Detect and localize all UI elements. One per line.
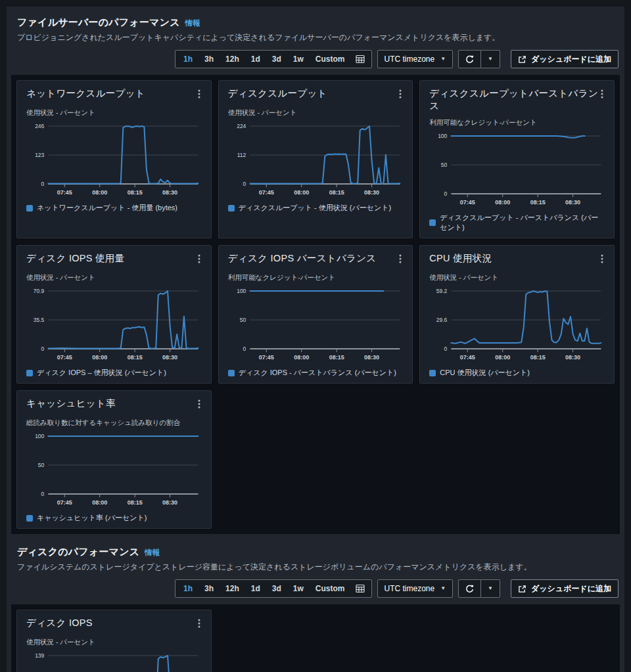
chart-subtitle: 使用状況 - パーセント [26, 638, 202, 647]
svg-text:0: 0 [243, 181, 246, 187]
svg-text:123: 123 [35, 152, 44, 158]
chart-legend[interactable]: ディスクスループット - 使用状況 (パーセント) [228, 203, 404, 213]
chart-legend[interactable]: ディスク IOPS – 使用状況 (パーセント) [26, 368, 202, 378]
chart-legend[interactable]: CPU 使用状況 (パーセント) [429, 368, 605, 378]
calendar-icon [356, 584, 365, 593]
chart-menu-button[interactable] [197, 397, 202, 413]
section-title: ディスクのパフォーマンス [17, 546, 139, 558]
chart-menu-button[interactable] [398, 87, 403, 102]
svg-text:07:45: 07:45 [57, 189, 72, 196]
range-3d-button[interactable]: 3d [266, 51, 287, 67]
chart-plot: 13969.3007:4508:0008:1508:30 [26, 650, 202, 672]
chart-menu-button[interactable] [398, 252, 403, 267]
chart-title: ディスク IOPS 使用量 [26, 252, 124, 265]
refresh-options-button[interactable]: ▼ [481, 50, 500, 68]
svg-text:246: 246 [35, 123, 44, 129]
range-1w-button[interactable]: 1w [287, 51, 310, 67]
range-1h-button[interactable]: 1h [177, 581, 199, 596]
add-to-dashboard-button[interactable]: ダッシュボードに追加 [511, 579, 619, 598]
range-1d-button[interactable]: 1d [245, 51, 266, 67]
info-link[interactable]: 情報 [145, 548, 160, 558]
svg-text:08:00: 08:00 [496, 199, 511, 206]
svg-text:07:45: 07:45 [258, 189, 273, 196]
range-12h-button[interactable]: 12h [220, 51, 245, 67]
chart-card-disk-iops-burst: ディスク IOPS バーストバランス 利用可能なクレジット-パーセント 1005… [218, 245, 413, 384]
refresh-button[interactable] [458, 50, 481, 68]
section-description: プロビジョニングされたスループットキャパシティによって決定されるファイルサーバー… [17, 32, 614, 43]
calendar-button[interactable] [351, 581, 369, 596]
range-3h-button[interactable]: 3h [199, 581, 220, 596]
svg-text:0: 0 [444, 190, 448, 197]
legend-swatch-icon [228, 370, 235, 376]
svg-text:07:45: 07:45 [57, 499, 72, 506]
range-1d-button[interactable]: 1d [245, 581, 266, 596]
svg-text:0: 0 [243, 346, 246, 352]
chart-card-disk-throughput-burst: ディスクスループットバーストバランス 利用可能なクレジット-パーセント 1005… [419, 80, 615, 238]
range-1w-button[interactable]: 1w [287, 581, 310, 596]
refresh-options-button[interactable]: ▼ [481, 579, 500, 598]
chart-legend[interactable]: キャッシュヒット率 (パーセント) [26, 513, 202, 523]
disk-section-header: ディスクのパフォーマンス 情報 ファイルシステムのストレージタイプとストレージ容… [17, 546, 614, 573]
info-link[interactable]: 情報 [185, 18, 200, 28]
svg-text:08:15: 08:15 [128, 189, 143, 196]
legend-label: キャッシュヒット率 (パーセント) [37, 513, 147, 523]
svg-text:07:45: 07:45 [258, 354, 273, 361]
svg-text:08:15: 08:15 [530, 354, 546, 361]
chart-legend[interactable]: ディスクスループット - バーストバランス (パーセント) [429, 213, 605, 233]
chart-card-disk-iops-usage: ディスク IOPS 使用量 使用状況 - パーセント 70.935.5007:4… [16, 245, 212, 384]
chart-subtitle: 利用可能なクレジット-パーセント [228, 273, 404, 282]
chart-menu-button[interactable] [599, 87, 605, 102]
chart-card-cache-hit-rate: キャッシュヒット率 総読み取り数に対するキャッシュ読み取りの割合 1005000… [16, 390, 212, 529]
range-custom-button[interactable]: Custom [310, 581, 351, 596]
kebab-menu-icon [399, 254, 402, 264]
range-3h-button[interactable]: 3h [199, 51, 220, 67]
legend-swatch-icon [26, 370, 33, 376]
external-link-icon [518, 585, 526, 593]
svg-text:0: 0 [41, 491, 45, 497]
chevron-down-icon: ▼ [488, 56, 493, 62]
refresh-split-button: ▼ [458, 50, 500, 68]
chart-menu-button[interactable] [197, 617, 202, 632]
svg-text:08:15: 08:15 [128, 354, 143, 361]
range-custom-button[interactable]: Custom [310, 51, 351, 67]
legend-label: ディスク IOPS – 使用状況 (パーセント) [37, 368, 166, 378]
chart-menu-button[interactable] [197, 87, 202, 102]
kebab-menu-icon [198, 254, 200, 264]
chevron-down-icon: ▼ [488, 586, 493, 591]
timezone-select[interactable]: UTC timezone ▼ [377, 50, 454, 68]
disk-charts-panel: ディスク IOPS 使用状況 - パーセント 13969.3007:4508:0… [11, 604, 620, 672]
refresh-button[interactable] [458, 579, 481, 598]
legend-label: CPU 使用状況 (パーセント) [440, 368, 530, 378]
chart-plot: 70.935.5007:4508:0008:1508:30 [26, 286, 202, 367]
chart-menu-button[interactable] [197, 252, 202, 267]
range-1h-button[interactable]: 1h [177, 51, 199, 67]
svg-text:139: 139 [35, 652, 44, 659]
chart-card-cpu-usage: CPU 使用状況 使用状況 - パーセント 59.229.6007:4508:0… [419, 245, 615, 384]
chart-menu-button[interactable] [599, 252, 605, 267]
chart-legend[interactable]: ディスク IOPS - バーストバランス (パーセント) [228, 368, 404, 378]
chart-legend[interactable]: ネットワークスループット - 使用量 (bytes) [26, 203, 202, 213]
svg-text:100: 100 [35, 433, 44, 439]
svg-text:100: 100 [438, 133, 447, 139]
add-to-dashboard-button[interactable]: ダッシュボードに追加 [511, 50, 619, 68]
chart-plot: 10050007:4508:0008:1508:30 [228, 286, 404, 367]
chart-subtitle: 総読み取り数に対するキャッシュ読み取りの割合 [26, 418, 202, 428]
chart-card-disk-throughput: ディスクスループット 使用状況 - パーセント 224112007:4508:0… [218, 80, 413, 238]
add-to-dashboard-label: ダッシュボードに追加 [531, 583, 611, 594]
legend-label: ディスクスループット - バーストバランス (パーセント) [440, 213, 605, 233]
range-12h-button[interactable]: 12h [220, 581, 245, 596]
kebab-menu-icon [399, 89, 402, 99]
chart-title: ディスクスループットバーストバランス [429, 87, 599, 112]
timezone-label: UTC timezone [385, 55, 435, 64]
svg-text:08:30: 08:30 [364, 189, 379, 196]
kebab-menu-icon [601, 254, 603, 264]
chart-subtitle: 使用状況 - パーセント [429, 273, 605, 282]
section-title: ファイルサーバーのパフォーマンス [17, 16, 180, 29]
calendar-icon [356, 55, 365, 64]
chart-subtitle: 利用可能なクレジット-パーセント [429, 118, 605, 127]
file-server-charts-panel: ネットワークスループット 使用状況 - パーセント 246123007:4508… [11, 75, 620, 534]
range-3d-button[interactable]: 3d [266, 581, 287, 596]
calendar-button[interactable] [351, 51, 369, 67]
timezone-select[interactable]: UTC timezone ▼ [377, 579, 454, 598]
kebab-menu-icon [198, 89, 200, 99]
